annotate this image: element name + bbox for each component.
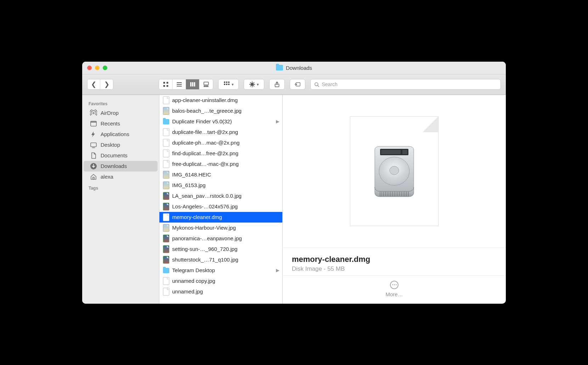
file-row[interactable]: balos-beach_…te_greece.jpg bbox=[159, 106, 282, 116]
svg-rect-18 bbox=[226, 84, 227, 85]
file-row[interactable]: panoramica-…eanpavone.jpg bbox=[159, 233, 282, 244]
file-name: duplicate-file…tart-@2x.png bbox=[172, 129, 238, 135]
action-group: ▾ bbox=[244, 79, 264, 90]
sidebar-item-downloads[interactable]: Downloads bbox=[84, 161, 158, 172]
file-icon bbox=[163, 192, 169, 200]
folder-icon bbox=[276, 65, 283, 71]
arrange-button[interactable]: ▾ bbox=[219, 79, 238, 89]
file-name: Duplicate Finder v5.0(32) bbox=[172, 118, 232, 124]
file-icon bbox=[163, 139, 169, 147]
file-name: app-cleaner-uninstaller.dmg bbox=[172, 97, 238, 103]
preview-thumbnail bbox=[350, 116, 439, 226]
search-icon bbox=[314, 82, 319, 87]
preview-more[interactable]: More… bbox=[283, 276, 506, 304]
file-icon bbox=[163, 150, 169, 157]
search-input[interactable] bbox=[322, 82, 497, 87]
back-button[interactable]: ❮ bbox=[87, 79, 100, 89]
svg-rect-60 bbox=[381, 150, 401, 154]
recents-icon bbox=[90, 120, 97, 127]
disk-image-icon bbox=[371, 145, 417, 198]
file-row[interactable]: app-cleaner-uninstaller.dmg bbox=[159, 95, 282, 106]
sidebar-item-airdrop[interactable]: AirDrop bbox=[84, 108, 158, 118]
svg-point-20 bbox=[250, 83, 254, 86]
more-icon bbox=[390, 281, 398, 289]
svg-rect-0 bbox=[163, 82, 165, 84]
home-icon bbox=[90, 173, 97, 180]
sidebar-item-label: Documents bbox=[101, 152, 128, 158]
file-row[interactable]: setting-sun-…_960_720.jpg bbox=[159, 244, 282, 254]
sidebar-item-applications[interactable]: Applications bbox=[84, 129, 158, 140]
svg-rect-12 bbox=[206, 86, 207, 87]
file-row[interactable]: Mykonos-Harbour-View.jpg bbox=[159, 223, 282, 233]
share-group bbox=[269, 79, 285, 90]
sidebar-item-home[interactable]: alexa bbox=[84, 172, 158, 182]
svg-line-26 bbox=[253, 86, 254, 86]
file-name: Mykonos-Harbour-View.jpg bbox=[172, 225, 236, 231]
nav-group: ❮ ❯ bbox=[87, 79, 113, 90]
file-name: balos-beach_…te_greece.jpg bbox=[172, 108, 242, 114]
svg-rect-8 bbox=[192, 82, 193, 86]
gallery-view-button[interactable] bbox=[199, 79, 213, 89]
preview-filename: memory-cleaner.dmg bbox=[292, 255, 497, 264]
file-name: unnamed.jpg bbox=[172, 288, 203, 294]
column-view-button[interactable] bbox=[186, 79, 199, 89]
svg-rect-2 bbox=[163, 85, 165, 87]
sidebar-item-recents[interactable]: Recents bbox=[84, 118, 158, 129]
file-row[interactable]: IMG_6153.jpg bbox=[159, 180, 282, 191]
zoom-button[interactable] bbox=[103, 66, 107, 70]
window-title: Downloads bbox=[276, 65, 312, 71]
file-icon bbox=[163, 245, 169, 253]
svg-line-25 bbox=[250, 82, 251, 83]
tags-button[interactable] bbox=[290, 79, 305, 89]
svg-rect-7 bbox=[190, 82, 192, 86]
minimize-button[interactable] bbox=[95, 66, 100, 70]
file-row[interactable]: IMG_6148.HEIC bbox=[159, 169, 282, 180]
share-button[interactable] bbox=[270, 79, 284, 89]
sidebar-item-documents[interactable]: Documents bbox=[84, 150, 158, 161]
file-name: shutterstock_…71_q100.jpg bbox=[172, 257, 238, 263]
file-row[interactable]: unnamed copy.jpg bbox=[159, 276, 282, 286]
arrange-group: ▾ bbox=[218, 79, 239, 90]
file-name: Telegram Desktop bbox=[172, 267, 215, 273]
file-row[interactable]: free-duplicat…-mac-@x.png bbox=[159, 159, 282, 169]
svg-rect-39 bbox=[93, 177, 94, 179]
file-row[interactable]: shutterstock_…71_q100.jpg bbox=[159, 254, 282, 265]
more-label: More… bbox=[385, 291, 403, 297]
list-view-button[interactable] bbox=[173, 79, 186, 89]
preview-kind: Disk Image - 55 MB bbox=[292, 265, 497, 273]
close-button[interactable] bbox=[87, 66, 92, 70]
traffic-lights bbox=[82, 66, 107, 70]
svg-line-28 bbox=[253, 82, 254, 83]
chevron-right-icon: ▶ bbox=[276, 119, 279, 124]
file-icon bbox=[163, 277, 169, 285]
desktop-icon bbox=[90, 141, 97, 148]
file-row[interactable]: duplicate-ph…mac-@2x.png bbox=[159, 137, 282, 148]
folder-icon bbox=[163, 268, 169, 273]
svg-rect-16 bbox=[228, 82, 230, 83]
file-name: memory-cleaner.dmg bbox=[172, 214, 222, 220]
search-field[interactable] bbox=[310, 79, 501, 90]
preview-meta: memory-cleaner.dmg Disk Image - 55 MB bbox=[283, 248, 506, 276]
file-row[interactable]: LA_sean_pav…rstock.0.0.jpg bbox=[159, 191, 282, 201]
toolbar: ❮ ❯ ▾ ▾ bbox=[82, 74, 506, 95]
file-row[interactable]: duplicate-file…tart-@2x.png bbox=[159, 127, 282, 137]
forward-button[interactable]: ❯ bbox=[100, 79, 113, 89]
file-row[interactable]: Duplicate Finder v5.0(32)▶ bbox=[159, 116, 282, 127]
file-row[interactable]: Telegram Desktop▶ bbox=[159, 265, 282, 276]
file-row[interactable]: unnamed.jpg bbox=[159, 286, 282, 297]
file-row[interactable]: memory-cleaner.dmg bbox=[159, 212, 282, 223]
file-name: duplicate-ph…mac-@2x.png bbox=[172, 140, 239, 146]
file-icon bbox=[163, 171, 169, 179]
icon-view-button[interactable] bbox=[159, 79, 173, 89]
airdrop-icon bbox=[90, 110, 97, 117]
file-row[interactable]: find-duplicat…free-@2x.png bbox=[159, 148, 282, 159]
downloads-icon bbox=[90, 163, 97, 170]
action-button[interactable]: ▾ bbox=[244, 79, 264, 89]
sidebar-item-label: Desktop bbox=[101, 142, 120, 148]
file-name: setting-sun-…_960_720.jpg bbox=[172, 246, 237, 252]
svg-rect-11 bbox=[204, 86, 205, 87]
file-list[interactable]: app-cleaner-uninstaller.dmgbalos-beach_…… bbox=[159, 95, 283, 304]
preview-thumbnail-area bbox=[283, 95, 506, 248]
sidebar-item-desktop[interactable]: Desktop bbox=[84, 140, 158, 150]
file-row[interactable]: Los-Angeles-…024x576.jpg bbox=[159, 201, 282, 212]
